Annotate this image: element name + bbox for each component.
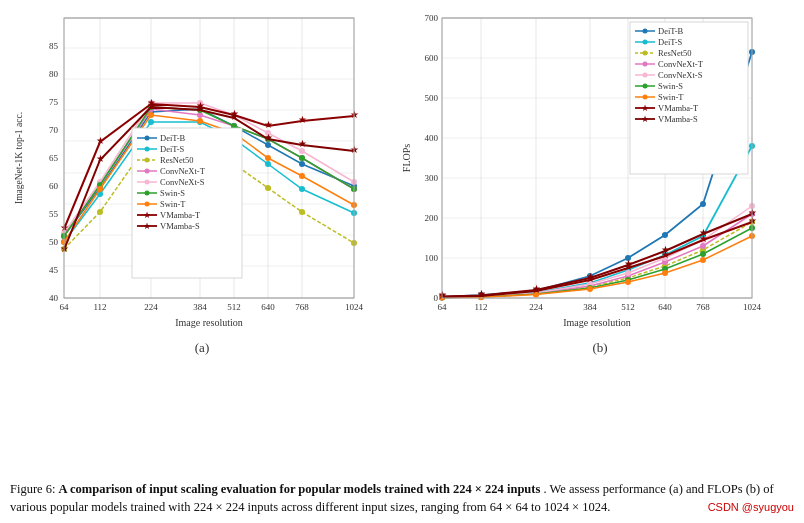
svg-text:Swin-S: Swin-S xyxy=(658,81,683,91)
svg-point-60 xyxy=(299,209,305,215)
svg-text:64: 64 xyxy=(438,302,448,312)
svg-text:ResNet50: ResNet50 xyxy=(658,48,692,58)
svg-text:640: 640 xyxy=(658,302,672,312)
svg-point-116 xyxy=(145,147,150,152)
svg-text:640: 640 xyxy=(261,302,275,312)
svg-text:224: 224 xyxy=(144,302,158,312)
svg-point-261 xyxy=(643,73,648,78)
svg-text:45: 45 xyxy=(49,265,59,275)
page-container: 40 45 50 55 60 65 70 75 80 85 64 112 224… xyxy=(0,0,804,523)
svg-point-48 xyxy=(148,119,154,125)
svg-text:60: 60 xyxy=(49,181,59,191)
svg-text:★: ★ xyxy=(586,271,595,282)
svg-text:75: 75 xyxy=(49,97,59,107)
svg-text:★: ★ xyxy=(532,283,541,294)
svg-point-225 xyxy=(587,286,593,292)
svg-point-125 xyxy=(145,180,150,185)
svg-point-180 xyxy=(700,201,706,207)
csdn-watermark: CSDN @syugyou xyxy=(708,501,794,513)
svg-text:★: ★ xyxy=(196,103,205,114)
svg-point-89 xyxy=(197,118,203,124)
svg-text:VMamba-S: VMamba-S xyxy=(160,221,200,231)
svg-point-122 xyxy=(145,169,150,174)
svg-text:512: 512 xyxy=(621,302,635,312)
svg-text:1024: 1024 xyxy=(743,302,762,312)
svg-text:ConvNeXt-T: ConvNeXt-T xyxy=(658,59,704,69)
svg-point-128 xyxy=(145,191,150,196)
svg-text:1024: 1024 xyxy=(345,302,364,312)
svg-text:112: 112 xyxy=(93,302,106,312)
svg-text:70: 70 xyxy=(49,125,59,135)
svg-text:384: 384 xyxy=(583,302,597,312)
svg-text:FLOPs: FLOPs xyxy=(401,144,412,172)
svg-text:★: ★ xyxy=(477,288,486,299)
svg-text:500: 500 xyxy=(425,93,439,103)
svg-text:★: ★ xyxy=(96,153,105,164)
svg-text:VMamba-S: VMamba-S xyxy=(658,114,698,124)
svg-point-267 xyxy=(643,95,648,100)
svg-point-220 xyxy=(700,251,706,257)
svg-text:768: 768 xyxy=(295,302,309,312)
svg-point-255 xyxy=(643,51,648,56)
svg-text:55: 55 xyxy=(49,209,59,219)
svg-text:384: 384 xyxy=(193,302,207,312)
svg-text:64: 64 xyxy=(60,302,70,312)
svg-text:Image resolution: Image resolution xyxy=(563,317,630,328)
svg-text:80: 80 xyxy=(49,69,59,79)
svg-text:★: ★ xyxy=(641,114,649,124)
svg-point-88 xyxy=(148,112,154,118)
svg-text:Swin-T: Swin-T xyxy=(160,199,186,209)
figure-caption: Figure 6: A comparison of input scaling … xyxy=(0,474,804,524)
svg-text:300: 300 xyxy=(425,173,439,183)
svg-point-119 xyxy=(145,158,150,163)
svg-point-264 xyxy=(643,84,648,89)
svg-text:512: 512 xyxy=(227,302,241,312)
svg-text:DeiT-B: DeiT-B xyxy=(658,26,684,36)
svg-point-258 xyxy=(643,62,648,67)
left-chart-label: (a) xyxy=(195,340,209,356)
svg-text:768: 768 xyxy=(696,302,710,312)
svg-text:DeiT-S: DeiT-S xyxy=(160,144,185,154)
svg-text:★: ★ xyxy=(264,132,273,143)
svg-point-52 xyxy=(299,186,305,192)
svg-text:★: ★ xyxy=(143,221,151,231)
svg-text:Swin-T: Swin-T xyxy=(658,92,684,102)
svg-text:ConvNeXt-S: ConvNeXt-S xyxy=(160,177,205,187)
svg-text:★: ★ xyxy=(96,135,105,146)
left-chart-wrapper: 40 45 50 55 60 65 70 75 80 85 64 112 224… xyxy=(4,8,400,474)
svg-text:DeiT-B: DeiT-B xyxy=(160,133,186,143)
svg-point-51 xyxy=(265,161,271,167)
svg-text:★: ★ xyxy=(699,227,708,238)
svg-point-87 xyxy=(97,186,103,192)
svg-point-226 xyxy=(625,279,631,285)
svg-point-179 xyxy=(662,232,668,238)
svg-text:★: ★ xyxy=(298,114,307,125)
svg-point-228 xyxy=(700,257,706,263)
caption-bold: A comparison of input scaling evaluation… xyxy=(59,482,541,496)
svg-text:★: ★ xyxy=(230,111,239,122)
svg-point-55 xyxy=(97,209,103,215)
svg-point-92 xyxy=(299,173,305,179)
svg-text:200: 200 xyxy=(425,213,439,223)
right-chart-label: (b) xyxy=(592,340,607,356)
charts-row: 40 45 50 55 60 65 70 75 80 85 64 112 224… xyxy=(0,0,804,474)
svg-text:★: ★ xyxy=(661,244,670,255)
svg-text:Image resolution: Image resolution xyxy=(175,317,242,328)
svg-text:Swin-S: Swin-S xyxy=(160,188,185,198)
svg-text:ConvNeXt-T: ConvNeXt-T xyxy=(160,166,206,176)
right-chart-wrapper: 0 100 200 300 400 500 600 700 64 112 224… xyxy=(400,8,800,474)
svg-rect-247 xyxy=(630,22,748,174)
svg-point-252 xyxy=(643,40,648,45)
right-chart-svg: 0 100 200 300 400 500 600 700 64 112 224… xyxy=(400,8,800,338)
svg-text:ConvNeXt-S: ConvNeXt-S xyxy=(658,70,703,80)
svg-text:100: 100 xyxy=(425,253,439,263)
svg-point-113 xyxy=(145,136,150,141)
svg-text:400: 400 xyxy=(425,133,439,143)
svg-point-91 xyxy=(265,155,271,161)
svg-text:★: ★ xyxy=(264,119,273,130)
svg-text:600: 600 xyxy=(425,53,439,63)
svg-point-131 xyxy=(145,202,150,207)
svg-text:ImageNet-1K top-1 acc.: ImageNet-1K top-1 acc. xyxy=(14,112,24,204)
svg-point-227 xyxy=(662,270,668,276)
figure-num: Figure 6: xyxy=(10,482,55,496)
